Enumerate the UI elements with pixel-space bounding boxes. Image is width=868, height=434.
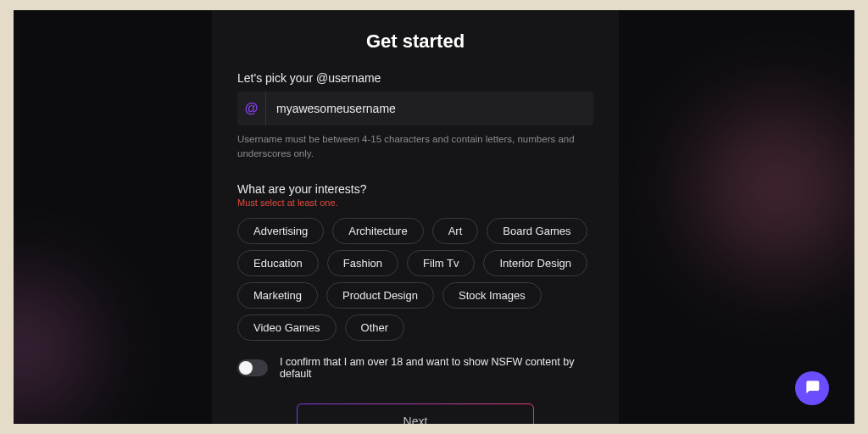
chip-stock-images[interactable]: Stock Images bbox=[442, 282, 542, 309]
username-hint: Username must be between 4-15 characters… bbox=[237, 132, 593, 162]
chat-widget-button[interactable] bbox=[795, 371, 829, 405]
app-backdrop: Get started Let's pick your @username @ … bbox=[14, 10, 854, 424]
interests-label: What are your interests? bbox=[237, 182, 593, 196]
chip-education[interactable]: Education bbox=[237, 250, 319, 276]
toggle-knob bbox=[239, 361, 253, 375]
interest-chips: Advertising Architecture Art Board Games… bbox=[237, 218, 593, 341]
decorative-blob-right bbox=[651, 61, 854, 315]
decorative-blob-left bbox=[14, 237, 132, 424]
chip-interior-design[interactable]: Interior Design bbox=[483, 250, 587, 276]
username-input[interactable] bbox=[266, 92, 593, 125]
chat-icon bbox=[804, 378, 821, 398]
chip-film-tv[interactable]: Film Tv bbox=[407, 250, 475, 276]
chip-advertising[interactable]: Advertising bbox=[237, 218, 324, 244]
username-label: Let's pick your @username bbox=[237, 71, 593, 85]
nsfw-row: I confirm that I am over 18 and want to … bbox=[237, 356, 593, 380]
chip-fashion[interactable]: Fashion bbox=[327, 250, 398, 276]
chip-other[interactable]: Other bbox=[345, 314, 405, 341]
chip-marketing[interactable]: Marketing bbox=[237, 282, 318, 309]
nsfw-toggle-label: I confirm that I am over 18 and want to … bbox=[280, 356, 593, 380]
nsfw-toggle[interactable] bbox=[237, 359, 268, 376]
chip-product-design[interactable]: Product Design bbox=[326, 282, 434, 309]
interests-error: Must select at least one. bbox=[237, 198, 593, 208]
chip-board-games[interactable]: Board Games bbox=[487, 218, 587, 244]
modal-title: Get started bbox=[237, 31, 593, 53]
next-button-wrap: Next bbox=[297, 403, 534, 425]
chip-art[interactable]: Art bbox=[432, 218, 479, 244]
chip-architecture[interactable]: Architecture bbox=[332, 218, 423, 244]
username-input-wrap[interactable]: @ bbox=[237, 92, 593, 125]
next-button[interactable]: Next bbox=[298, 404, 533, 425]
chip-video-games[interactable]: Video Games bbox=[237, 314, 337, 341]
onboarding-modal: Get started Let's pick your @username @ … bbox=[212, 10, 619, 424]
at-icon: @ bbox=[237, 92, 266, 125]
